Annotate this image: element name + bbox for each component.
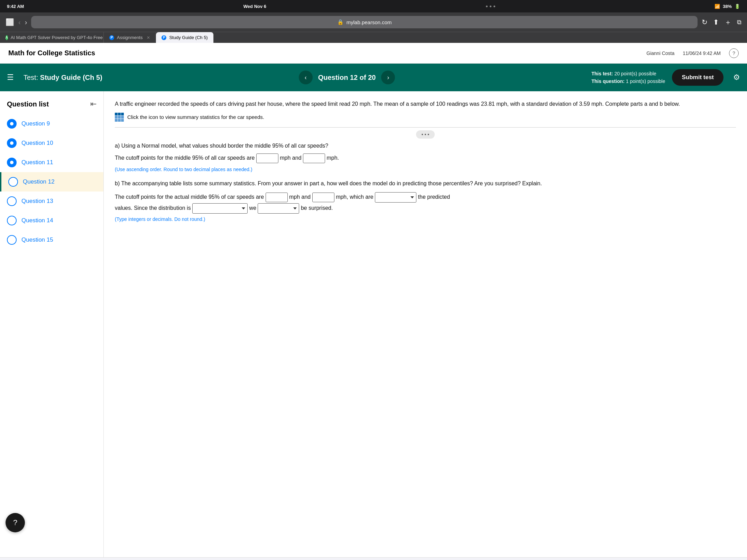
next-question-button[interactable]: ›	[381, 71, 395, 84]
sidebar-item-question13[interactable]: Question 13	[0, 192, 103, 211]
tab-label-assignments: Assignments	[117, 35, 142, 40]
share-icon[interactable]: ⬆	[713, 18, 719, 26]
prev-question-button[interactable]: ‹	[299, 71, 313, 84]
test-info: This test: 20 point(s) possible This que…	[591, 70, 665, 85]
test-banner: ☰ Test: Study Guide (Ch 5) ‹ Question 12…	[0, 64, 747, 91]
sidebar-toggle-icon[interactable]: ⬜	[6, 18, 14, 26]
header-datetime: 11/06/24 9:42 AM	[683, 50, 721, 56]
status-dots	[486, 6, 495, 7]
tab-ai-math[interactable]: A AI Math GPT Solver Powered by GPT-4o F…	[0, 32, 104, 43]
sidebar-item-question12[interactable]: Question 12	[0, 172, 103, 192]
part-b-select2[interactable]: normal skewed uniform	[192, 203, 248, 214]
gear-button[interactable]: ⚙	[733, 73, 740, 82]
part-a-hint: (Use ascending order. Round to two decim…	[115, 167, 736, 172]
part-b-select3[interactable]: should should not	[258, 203, 299, 214]
sidebar-item-question9[interactable]: Question 9	[0, 114, 103, 133]
status-bar: 9:42 AM Wed Nov 6 📶 38% 🔋	[0, 0, 747, 12]
menu-icon[interactable]: ☰	[7, 73, 14, 82]
sidebar-item-question15[interactable]: Question 15	[0, 230, 103, 250]
lock-icon: 🔒	[337, 19, 344, 25]
question14-label: Question 14	[21, 217, 53, 224]
expand-button[interactable]: • • •	[416, 130, 435, 139]
tab-close-assignments[interactable]: ✕	[147, 35, 150, 40]
part-b-we-text: we	[249, 205, 256, 211]
question-content-area: A traffic engineer recorded the speeds o…	[104, 91, 747, 557]
sidebar-collapse-button[interactable]: ⇤	[90, 100, 96, 109]
tabs-bar: A AI Math GPT Solver Powered by GPT-4o F…	[0, 32, 747, 43]
help-bubble-icon: ?	[13, 518, 17, 527]
tab-icon-assignments: P	[109, 35, 114, 40]
question10-circle	[7, 138, 17, 148]
sidebar-title: Question list	[7, 100, 49, 108]
app-title: Math for College Statistics	[8, 49, 95, 57]
help-button[interactable]: ?	[729, 48, 739, 58]
part-b-distribution-row: values. Since the distribution is normal…	[115, 203, 736, 214]
question12-label: Question 12	[23, 178, 55, 185]
browser-navigation: ⬜ ‹ ›	[6, 18, 27, 26]
tab-label-ai: AI Math GPT Solver Powered by GPT-4o Fre…	[11, 35, 104, 40]
part-b-surprised-text: be surprised.	[301, 205, 333, 211]
part-a-input2[interactable]	[303, 153, 325, 163]
sidebar-item-question10[interactable]: Question 10	[0, 133, 103, 153]
question15-circle	[7, 235, 17, 245]
part-b-hint: (Type integers or decimals. Do not round…	[115, 216, 736, 222]
help-bubble[interactable]: ?	[6, 513, 25, 532]
tab-assignments[interactable]: P Assignments ✕	[104, 32, 156, 43]
tab-study-guide[interactable]: P Study Guide (Ch 5)	[156, 32, 213, 43]
question14-circle	[7, 216, 17, 225]
divider	[115, 127, 736, 128]
question13-circle	[7, 196, 17, 206]
reload-icon[interactable]: ↻	[702, 18, 708, 26]
part-b-intro: b) The accompanying table lists some sum…	[115, 179, 736, 188]
app-header: Math for College Statistics Gianni Costa…	[0, 43, 747, 64]
browser-chrome: ⬜ ‹ › 🔒 mylab.pearson.com ↻ ⬆ ＋ ⧉	[0, 12, 747, 32]
part-a-input1[interactable]	[256, 153, 278, 163]
username: Gianni Costa	[646, 50, 674, 56]
sidebar-item-question11[interactable]: Question 11	[0, 153, 103, 172]
table-icon-row: Click the icon to view summary statistic…	[115, 113, 736, 122]
test-label: Test: Study Guide (Ch 5)	[24, 74, 102, 82]
submit-test-button[interactable]: Submit test	[672, 69, 723, 86]
sidebar-header: Question list ⇤	[0, 97, 103, 114]
sidebar-item-question14[interactable]: Question 14	[0, 211, 103, 230]
status-date: Wed Nov 6	[243, 4, 266, 9]
part-b-predicted-text: the predicted	[418, 194, 450, 200]
part-a-unit2: mph.	[326, 155, 339, 161]
question15-label: Question 15	[21, 236, 53, 243]
battery-icon: 🔋	[735, 4, 740, 9]
expand-handle: • • •	[115, 130, 736, 139]
question10-label: Question 10	[21, 140, 53, 147]
part-b-select1[interactable]: close to far from exactly	[375, 192, 416, 203]
table-click-text: Click the icon to view summary statistic…	[127, 114, 264, 120]
table-icon[interactable]	[115, 113, 124, 122]
question9-circle	[7, 119, 17, 129]
browser-actions: ↻ ⬆ ＋ ⧉	[702, 18, 741, 27]
bottom-bar: Next	[0, 557, 747, 560]
header-right: Gianni Costa 11/06/24 9:42 AM ?	[646, 48, 739, 58]
tabs-icon[interactable]: ⧉	[737, 19, 741, 26]
question-description: A traffic engineer recorded the speeds o…	[115, 100, 736, 109]
battery-percent: 38%	[723, 4, 732, 9]
question-counter: Question 12 of 20	[318, 74, 376, 82]
part-b-unit1: mph and	[289, 194, 311, 200]
status-time: 9:42 AM	[7, 4, 24, 9]
part-b-section: b) The accompanying table lists some sum…	[115, 179, 736, 222]
back-button[interactable]: ‹	[18, 18, 21, 26]
part-a-unit1: mph and	[280, 155, 301, 161]
question13-label: Question 13	[21, 198, 53, 205]
question11-circle	[7, 158, 17, 167]
url-bar[interactable]: 🔒 mylab.pearson.com	[31, 16, 698, 28]
main-layout: Question list ⇤ Question 9 Question 10 Q…	[0, 91, 747, 557]
part-a-cutoff-text1: The cutoff points for the middle 95% of …	[115, 155, 255, 161]
wifi-icon: 📶	[714, 4, 720, 9]
forward-button[interactable]: ›	[25, 18, 27, 26]
question11-label: Question 11	[21, 159, 53, 166]
tab-label-study-guide: Study Guide (Ch 5)	[169, 35, 208, 40]
part-b-input1[interactable]	[266, 193, 288, 202]
part-b-values-text: values. Since the distribution is	[115, 205, 191, 211]
add-tab-icon[interactable]: ＋	[725, 18, 731, 27]
question-navigation: ‹ Question 12 of 20 ›	[299, 71, 395, 84]
help-icon: ?	[732, 50, 735, 56]
part-b-input2[interactable]	[312, 193, 334, 202]
status-right: 📶 38% 🔋	[714, 4, 740, 9]
